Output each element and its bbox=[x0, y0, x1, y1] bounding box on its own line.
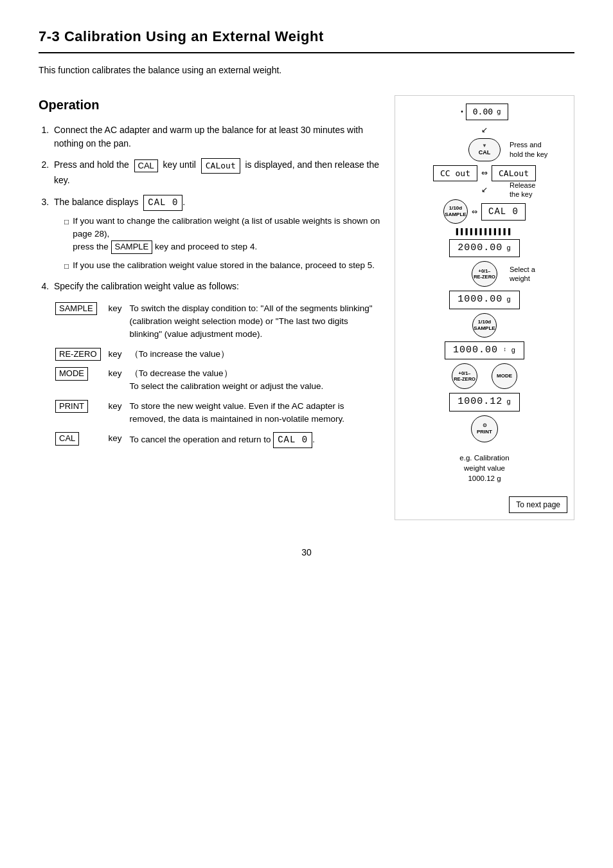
weight-unit-3: g bbox=[511, 345, 516, 356]
eg-label-text: e.g. Calibration weight value bbox=[459, 454, 509, 472]
weight-display-3: 1000.00 ↕ g bbox=[445, 341, 524, 360]
weight-val-1: 2000.00 bbox=[458, 241, 502, 256]
weight-display-4: 1000.12 g bbox=[449, 393, 520, 411]
step-2: Press and hold the CAL key until CALout … bbox=[51, 158, 382, 187]
key-table: SAMPLE key To switch the display conditi… bbox=[54, 298, 382, 452]
step-1-text: Connect the AC adapter and warm up the b… bbox=[54, 125, 363, 149]
steps-list: Connect the AC adapter and warm up the b… bbox=[39, 123, 382, 452]
step-3-sub-1: If you want to change the calibration we… bbox=[64, 215, 382, 254]
key-desc-print: To store the new weight value. Even if t… bbox=[130, 401, 344, 424]
rezero-btn-1: +0/1– RE-ZERO bbox=[472, 261, 497, 287]
step-3-sub-1-text: If you want to change the calibration we… bbox=[73, 216, 380, 252]
key-print: PRINT bbox=[55, 400, 88, 413]
press-hold-label: Press and hold the key bbox=[510, 140, 567, 159]
key-label-print: key bbox=[109, 401, 122, 411]
cal-out-text: CALout bbox=[499, 167, 529, 180]
mode-btn-label: MODE bbox=[497, 373, 512, 379]
cal-display: CAL 0 bbox=[481, 203, 526, 221]
step-2-mid: key until bbox=[163, 159, 196, 170]
initial-unit: g bbox=[497, 107, 501, 118]
double-arrow-1: ⇔ bbox=[481, 167, 488, 179]
key-mode: MODE bbox=[55, 367, 88, 380]
step-3-sample-key: SAMPLE bbox=[111, 240, 153, 253]
double-arrow-2: ⇔ bbox=[472, 206, 477, 217]
cc-out-text: CC out bbox=[440, 167, 470, 180]
print-btn-label: PRINT bbox=[477, 429, 492, 435]
step-3-sub-2-text: If you use the calibration weight value … bbox=[73, 260, 375, 270]
step-3-sub-2: If you use the calibration weight value … bbox=[64, 259, 382, 272]
section-heading: Operation bbox=[39, 95, 382, 114]
release-label: Release the key bbox=[510, 181, 567, 199]
initial-value: 0.00 bbox=[473, 105, 493, 118]
weight-unit-2: g bbox=[506, 294, 511, 305]
key-row-cal: CAL key To cancel the operation and retu… bbox=[55, 429, 380, 451]
eg-note: e.g. Calibration weight value 1000.12 g bbox=[459, 453, 509, 484]
rezero-btn-2: +0/1– RE-ZERO bbox=[452, 363, 477, 389]
step-3-display: CAL 0 bbox=[143, 195, 182, 211]
step-3-sublist: If you want to change the calibration we… bbox=[54, 215, 382, 272]
step-1: Connect the AC adapter and warm up the b… bbox=[51, 123, 382, 150]
weight-display-2: 1000.00 g bbox=[449, 291, 520, 309]
initial-display: 0.00 g bbox=[466, 104, 508, 120]
page-title: 7-3 Calibration Using an External Weight bbox=[39, 26, 574, 53]
cal-out-display: CALout bbox=[492, 165, 536, 182]
step-3: The balance displays CAL 0. If you want … bbox=[51, 195, 382, 272]
sample-btn-1-label: 1/10d SAMPLE bbox=[445, 205, 466, 217]
left-column: Operation Connect the AC adapter and war… bbox=[39, 95, 382, 460]
key-row-rezero: RE-ZERO key （To increase the value） bbox=[55, 345, 380, 364]
cal-display-text: CAL 0 bbox=[488, 205, 519, 219]
right-diagram: • 0.00 g ↙ ▼ bbox=[395, 95, 574, 520]
step-3-pre: The balance displays bbox=[54, 197, 139, 207]
key-label-sample: key bbox=[109, 303, 122, 313]
key-cal-display: CAL 0 bbox=[273, 432, 312, 448]
select-weight-label: Select a weight bbox=[510, 265, 567, 284]
page-number: 30 bbox=[39, 546, 574, 559]
eg-value-text: 1000.12 g bbox=[468, 475, 501, 482]
tick-marks-1: ▌▌▌▌▌▌▌▌▌▌▌▌ bbox=[456, 228, 513, 237]
mode-btn: MODE bbox=[492, 363, 517, 389]
sample-btn-2: 1/10d SAMPLE bbox=[472, 313, 497, 338]
key-desc-sample: To switch the display condition to: "All… bbox=[130, 303, 373, 339]
intro-text: This function calibrates the balance usi… bbox=[39, 64, 574, 77]
key-sample: SAMPLE bbox=[55, 302, 97, 315]
key-desc-rezero: （To increase the value） bbox=[130, 349, 230, 359]
blink-indicator: ↕ bbox=[503, 346, 507, 355]
arrow-down-2: ↙ bbox=[481, 184, 488, 195]
step-2-pre: Press and hold the bbox=[54, 159, 129, 170]
step-2-cal-key: CAL bbox=[134, 159, 158, 172]
weight-display-1: 2000.00 g bbox=[449, 239, 520, 258]
cal-btn-label: CAL bbox=[479, 149, 491, 156]
key-desc-cal: To cancel the operation and return to CA… bbox=[130, 435, 315, 444]
cal-button-diag: ▼ CAL bbox=[468, 138, 501, 161]
weight-val-2: 1000.00 bbox=[458, 293, 502, 307]
key-row-sample: SAMPLE key To switch the display conditi… bbox=[55, 300, 380, 344]
step-2-display: CALout bbox=[201, 158, 240, 174]
key-label-rezero: key bbox=[109, 349, 122, 359]
key-desc-mode: （To decrease the value）To select the cal… bbox=[130, 368, 324, 391]
key-rezero: RE-ZERO bbox=[55, 348, 101, 361]
step-4: Specify the calibration weight value as … bbox=[51, 280, 382, 452]
key-row-print: PRINT key To store the new weight value.… bbox=[55, 397, 380, 429]
weight-unit-1: g bbox=[506, 243, 511, 254]
key-label-mode: key bbox=[109, 368, 122, 378]
sample-btn-2-label: 1/10d SAMPLE bbox=[474, 319, 495, 331]
weight-unit-4: g bbox=[506, 397, 511, 408]
rezero-btn-2-label: +0/1– RE-ZERO bbox=[454, 370, 475, 382]
key-row-mode: MODE key （To decrease the value）To selec… bbox=[55, 365, 380, 396]
print-btn: ⊙ PRINT bbox=[471, 415, 498, 442]
rezero-btn-1-label: +0/1– RE-ZERO bbox=[474, 268, 495, 280]
cc-out-display: CC out bbox=[433, 165, 477, 182]
weight-val-4: 1000.12 bbox=[458, 395, 502, 410]
weight-val-3: 1000.00 bbox=[453, 343, 498, 358]
sample-btn-1: 1/10d SAMPLE bbox=[443, 199, 468, 224]
key-cal: CAL bbox=[55, 432, 79, 445]
step-4-text: Specify the calibration weight value as … bbox=[54, 281, 239, 291]
to-next-page: To next page bbox=[509, 496, 567, 513]
arrow-down-1: ↙ bbox=[481, 124, 488, 136]
diagram-box: • 0.00 g ↙ ▼ bbox=[395, 95, 574, 520]
key-label-cal: key bbox=[109, 433, 122, 443]
